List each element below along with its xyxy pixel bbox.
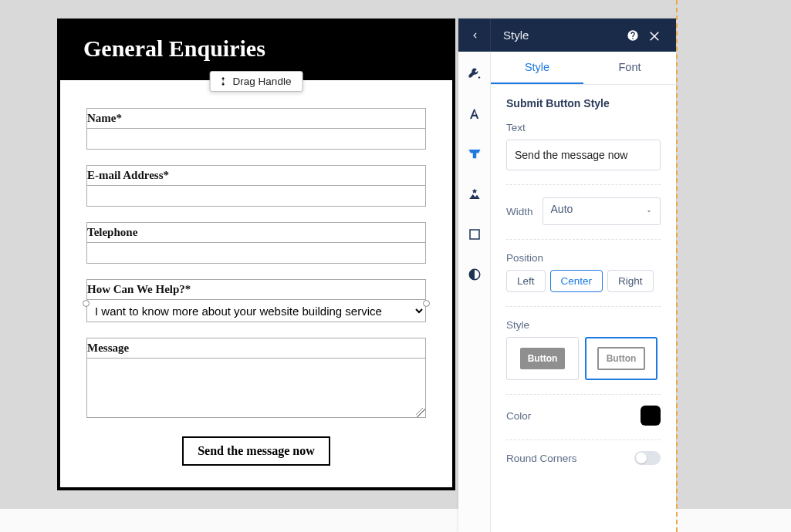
text-input[interactable] (506, 140, 661, 170)
selection-handle-left[interactable] (83, 300, 90, 307)
close-icon (647, 29, 661, 42)
section-title: Submit Button Style (506, 97, 661, 109)
drag-icon (218, 76, 228, 86)
message-label: Message (86, 338, 426, 358)
tool-strip (458, 52, 491, 532)
drag-handle[interactable]: Drag Handle (210, 71, 303, 92)
phone-label: Telephone (86, 222, 426, 242)
round-corners-label: Round Corners (506, 453, 577, 464)
text-label: Text (506, 122, 661, 133)
guide-line (676, 0, 678, 532)
position-left[interactable]: Left (506, 270, 546, 292)
square-icon (468, 227, 482, 241)
field-message: Message (86, 338, 426, 421)
style-label: Style (506, 319, 661, 331)
form-body: Drag Handle Name* E-mail Address* Teleph… (57, 80, 455, 490)
form-widget: General Enquiries Drag Handle Name* E-ma… (57, 19, 455, 490)
style-options: Button Button (506, 337, 661, 380)
phone-input[interactable] (86, 242, 426, 264)
position-center[interactable]: Center (550, 270, 603, 292)
field-phone: Telephone (86, 222, 426, 264)
position-right[interactable]: Right (607, 270, 654, 292)
position-segmented: Left Center Right (506, 270, 661, 292)
style-option-solid[interactable]: Button (506, 337, 579, 380)
layout-icon (468, 147, 482, 161)
help-label: How Can We Help?* (86, 279, 426, 299)
style-option-outline[interactable]: Button (585, 337, 657, 380)
mountain-star-icon (468, 187, 482, 201)
email-label: E-mail Address* (86, 165, 426, 185)
tool-layout[interactable] (466, 146, 483, 163)
field-name: Name* (86, 108, 426, 150)
panel-header: Style (458, 19, 676, 52)
color-swatch[interactable] (641, 406, 661, 426)
name-label: Name* (86, 108, 426, 128)
submit-button[interactable]: Send the message now (182, 436, 330, 466)
tool-font[interactable] (466, 106, 483, 123)
tab-font[interactable]: Font (583, 52, 676, 84)
font-icon (468, 107, 482, 121)
style-solid-preview: Button (520, 348, 566, 369)
drag-handle-label: Drag Handle (233, 76, 292, 87)
selection-handle-right[interactable] (423, 300, 430, 307)
panel-content: Style Font Submit Button Style Text Widt… (491, 52, 676, 532)
tab-style[interactable]: Style (491, 52, 583, 84)
chevron-left-icon (469, 30, 480, 41)
style-outline-preview: Button (597, 347, 646, 370)
help-select[interactable]: I want to know more about your website b… (86, 299, 426, 322)
email-input[interactable] (86, 185, 426, 207)
help-icon (627, 29, 639, 42)
tools-icon (468, 67, 482, 81)
panel-tabs: Style Font (491, 52, 676, 85)
tool-image[interactable] (466, 186, 483, 203)
round-corners-toggle[interactable] (634, 451, 661, 465)
panel-title: Style (491, 29, 622, 42)
color-label: Color (506, 410, 531, 422)
style-panel: Style (458, 19, 676, 532)
message-input[interactable] (86, 358, 426, 418)
collapse-button[interactable] (458, 19, 491, 52)
help-button[interactable] (622, 29, 644, 42)
field-email: E-mail Address* (86, 165, 426, 207)
field-help[interactable]: How Can We Help?* I want to know more ab… (86, 279, 426, 322)
position-label: Position (506, 252, 661, 264)
tool-square[interactable] (466, 226, 483, 243)
width-select[interactable]: Auto (543, 197, 661, 225)
close-button[interactable] (644, 29, 665, 42)
contrast-icon (468, 268, 482, 281)
tool-contrast[interactable] (466, 266, 483, 283)
width-label: Width (506, 206, 533, 217)
name-input[interactable] (86, 128, 426, 150)
tool-design[interactable] (466, 66, 483, 82)
